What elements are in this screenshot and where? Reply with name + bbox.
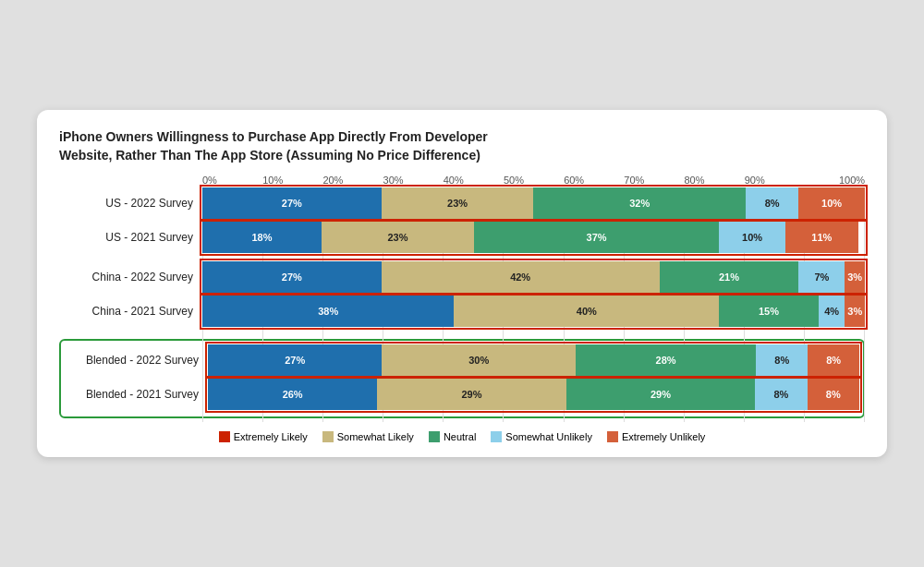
bar-container: 18%23%37%10%11%: [202, 222, 865, 253]
axis-tick: 10%: [262, 175, 322, 186]
legend-item: Somewhat Unlikely: [491, 431, 592, 442]
row-label: US - 2021 Survey: [59, 231, 202, 244]
bar-segment-blue: 38%: [202, 296, 454, 327]
bar-segment-blue: 18%: [202, 222, 322, 253]
legend-item: Extremely Likely: [219, 431, 308, 442]
bar-container: 26%29%29%8%8%: [208, 379, 859, 410]
bar-row: Blended - 2021 Survey26%29%29%8%8%: [65, 379, 859, 410]
bar-segment-green: 21%: [660, 261, 799, 293]
bar-segment-lightblue: 8%: [756, 344, 808, 376]
legend-label: Somewhat Unlikely: [505, 431, 592, 442]
bar-segment-tan: 30%: [382, 344, 575, 376]
axis-tick: 20%: [322, 175, 383, 186]
legend-label: Somewhat Likely: [337, 431, 414, 442]
legend-item: Somewhat Likely: [322, 431, 414, 442]
chart-area: 0%10%20%30%40%50%60%70%80%90%100% US - 2…: [59, 175, 865, 422]
bar-segment-green: 32%: [533, 187, 745, 219]
chart-title: iPhone Owners Willingness to Purchase Ap…: [59, 128, 865, 164]
bar-segment-green: 28%: [576, 344, 756, 376]
bar-container: 38%40%15%4%3%: [202, 296, 865, 327]
row-label: Blended - 2022 Survey: [65, 354, 208, 367]
legend-label: Extremely Likely: [234, 431, 308, 442]
bar-row: Blended - 2022 Survey27%30%28%8%8%: [65, 344, 859, 376]
row-label: China - 2022 Survey: [59, 271, 202, 284]
blended-group-box: Blended - 2022 Survey27%30%28%8%8%Blende…: [59, 339, 865, 418]
bar-segment-green: 29%: [566, 379, 755, 410]
bar-segment-tan: 40%: [454, 296, 719, 327]
axis-row: 0%10%20%30%40%50%60%70%80%90%100%: [59, 175, 865, 186]
bar-segment-tan: 42%: [382, 261, 660, 293]
bar-segment-blue: 27%: [208, 344, 382, 376]
legend-swatch: [322, 431, 334, 442]
bar-container: 27%30%28%8%8%: [208, 344, 859, 376]
bar-segment-blue: 27%: [202, 187, 382, 219]
bar-row: China - 2021 Survey38%40%15%4%3%: [59, 296, 865, 327]
bar-segment-orange: 8%: [808, 379, 859, 410]
bar-segment-tan: 23%: [382, 187, 534, 219]
legend-item: Neutral: [429, 431, 476, 442]
legend-label: Neutral: [444, 431, 476, 442]
bar-segment-lightblue: 7%: [798, 261, 845, 293]
bar-segment-green: 15%: [719, 296, 819, 327]
axis-ticks: 0%10%20%30%40%50%60%70%80%90%100%: [202, 175, 865, 186]
axis-tick: 0%: [202, 175, 262, 186]
row-label: Blended - 2021 Survey: [65, 388, 208, 401]
axis-tick: 40%: [444, 175, 504, 186]
bar-segment-green: 37%: [474, 222, 719, 253]
bar-segment-blue: 27%: [202, 261, 382, 293]
axis-tick: 50%: [504, 175, 564, 186]
legend-swatch: [219, 431, 230, 442]
bars-section: US - 2022 Survey27%23%32%8%10%US - 2021 …: [59, 187, 865, 422]
bar-segment-lightblue: 4%: [819, 296, 845, 327]
bar-segment-orange: 3%: [845, 261, 865, 293]
bar-row: US - 2022 Survey27%23%32%8%10%: [59, 187, 865, 219]
bar-segment-orange: 8%: [808, 344, 859, 376]
axis-tick: 60%: [564, 175, 624, 186]
axis-tick: 100%: [805, 175, 865, 186]
bar-segment-lightblue: 10%: [719, 222, 785, 253]
axis-tick: 90%: [745, 175, 805, 186]
bar-segment-orange: 10%: [798, 187, 865, 219]
bar-segment-tan: 29%: [377, 379, 565, 410]
legend-item: Extremely Unlikely: [607, 431, 705, 442]
legend-swatch: [429, 431, 440, 442]
bar-container: 27%42%21%7%3%: [202, 261, 865, 293]
legend-swatch: [491, 431, 502, 442]
bar-segment-tan: 23%: [322, 222, 474, 253]
legend: Extremely LikelySomewhat LikelyNeutralSo…: [59, 431, 865, 442]
axis-tick: 80%: [685, 175, 745, 186]
row-label: China - 2021 Survey: [59, 305, 202, 318]
bar-segment-lightblue: 8%: [755, 379, 807, 410]
axis-tick: 70%: [624, 175, 684, 186]
bar-row: US - 2021 Survey18%23%37%10%11%: [59, 222, 865, 253]
axis-tick: 30%: [383, 175, 444, 186]
bar-segment-orange: 11%: [785, 222, 858, 253]
bar-segment-blue: 26%: [208, 379, 377, 410]
bar-row: China - 2022 Survey27%42%21%7%3%: [59, 261, 865, 293]
legend-swatch: [607, 431, 618, 442]
chart-card: iPhone Owners Willingness to Purchase Ap…: [37, 110, 887, 456]
bar-segment-lightblue: 8%: [746, 187, 798, 219]
bar-segment-orange: 3%: [845, 296, 865, 327]
row-label: US - 2022 Survey: [59, 197, 202, 210]
bar-container: 27%23%32%8%10%: [202, 187, 865, 219]
legend-label: Extremely Unlikely: [622, 431, 705, 442]
